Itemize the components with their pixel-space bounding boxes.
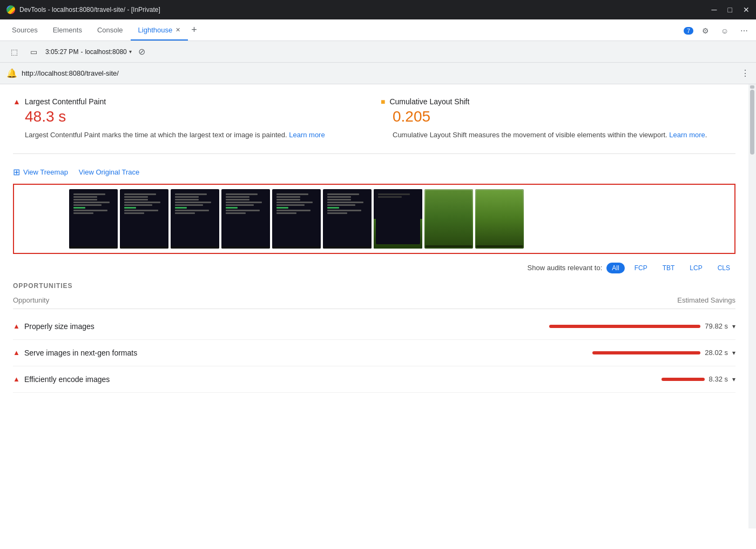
clear-icon[interactable]: ⊘ (138, 46, 145, 57)
opp-1-value: 79.82 s (705, 322, 728, 330)
frame-timestamp-6 (323, 246, 372, 249)
filmstrip (13, 184, 735, 254)
inspect-icon[interactable]: ⬚ (6, 44, 22, 59)
cls-header: ■ Cumulative Layout Shift (381, 97, 735, 106)
lcp-learn-more-link[interactable]: Learn more (289, 131, 325, 139)
filter-cls[interactable]: CLS (712, 263, 735, 273)
cls-metric: ■ Cumulative Layout Shift 0.205 Cumulati… (381, 93, 735, 145)
tab-elements[interactable]: Elements (45, 20, 90, 41)
view-trace-button[interactable]: View Original Trace (79, 168, 139, 176)
url-display: http://localhost:8080/travel-site/ (22, 69, 737, 77)
opp-2-value: 28.02 s (705, 349, 728, 357)
opp-item-3: ▲ Efficiently encode images 8.32 s ▾ (13, 366, 735, 393)
cls-label: Cumulative Layout Shift (389, 97, 469, 106)
cls-description: Cumulative Layout Shift measures the mov… (381, 130, 735, 140)
url-more-icon[interactable]: ⋮ (741, 68, 750, 78)
opp-3-value: 8.32 s (709, 375, 728, 383)
filmstrip-frame-8[interactable] (424, 189, 473, 249)
filmstrip-frame-7[interactable] (374, 189, 422, 249)
devtools-tab-icons: 7 ⚙ ☺ ⋯ (684, 23, 752, 41)
frame-timestamp-4 (221, 246, 270, 249)
settings-icon[interactable]: ⚙ (698, 23, 713, 38)
lcp-header: ▲ Largest Contentful Paint (13, 97, 368, 106)
filter-label: Show audits relevant to: (528, 264, 603, 272)
lcp-metric: ▲ Largest Contentful Paint 48.3 s Larges… (13, 93, 368, 145)
lcp-value: 48.3 s (25, 108, 368, 125)
chrome-icon (6, 5, 15, 14)
maximize-button[interactable]: □ (728, 5, 732, 14)
opp-1-warning-icon: ▲ (13, 322, 20, 330)
tab-lighthouse-close[interactable]: ✕ (176, 26, 180, 34)
lcp-label: Largest Contentful Paint (25, 97, 106, 106)
opp-2-warning-icon: ▲ (13, 349, 20, 357)
cls-value: 0.205 (393, 108, 735, 125)
frame-timestamp-3 (171, 246, 219, 249)
opp-item-1: ▲ Properly size images 79.82 s ▾ (13, 313, 735, 340)
tab-sources[interactable]: Sources (4, 20, 45, 41)
more-options-icon[interactable]: ⋯ (737, 23, 752, 38)
device-icon[interactable]: ▭ (26, 44, 41, 59)
filter-fcp[interactable]: FCP (629, 263, 653, 273)
opp-2-chevron[interactable]: ▾ (732, 349, 735, 357)
scrollbar-thumb[interactable] (750, 90, 754, 155)
filter-all[interactable]: All (606, 263, 624, 273)
main-area: ▲ Largest Contentful Paint 48.3 s Larges… (0, 84, 756, 528)
opp-1-chevron[interactable]: ▾ (732, 323, 735, 330)
scrollbar[interactable] (748, 84, 756, 528)
view-buttons-row: ⊞ View Treemap View Original Trace (13, 167, 735, 177)
tab-add-button[interactable]: + (188, 24, 200, 36)
metrics-section: ▲ Largest Contentful Paint 48.3 s Larges… (13, 93, 735, 154)
tab-lighthouse[interactable]: Lighthouse ✕ (131, 20, 188, 41)
opp-1-label: Properly size images (24, 322, 545, 331)
lcp-warning-icon: ▲ (13, 97, 21, 106)
cls-warning-icon: ■ (381, 97, 385, 106)
content-panel: ▲ Largest Contentful Paint 48.3 s Larges… (0, 84, 748, 528)
filmstrip-frame-6[interactable] (323, 189, 372, 249)
filmstrip-placeholder (18, 189, 67, 249)
filmstrip-frame-5[interactable] (272, 189, 321, 249)
opp-3-chevron[interactable]: ▾ (732, 376, 735, 383)
opportunities-header: Opportunity Estimated Savings (13, 296, 735, 309)
filmstrip-frame-9[interactable] (475, 189, 524, 249)
frame-timestamp-1 (69, 246, 118, 249)
minimize-button[interactable]: ─ (712, 5, 717, 14)
cls-learn-more-link[interactable]: Learn more (669, 131, 705, 139)
opp-header-savings: Estimated Savings (677, 296, 735, 304)
opp-1-bar (549, 325, 700, 328)
close-button[interactable]: ✕ (743, 5, 750, 14)
filmstrip-frame-1[interactable] (69, 189, 118, 249)
filmstrip-frame-3[interactable] (171, 189, 219, 249)
opp-2-bar-area: 28.02 s ▾ (592, 349, 735, 357)
opp-header-opportunity: Opportunity (13, 296, 49, 304)
filter-tbt[interactable]: TBT (657, 263, 680, 273)
opp-3-bar (662, 378, 705, 381)
address-bar-row: ⬚ ▭ 3:05:27 PM - localhost:8080 ▾ ⊘ (0, 41, 756, 63)
opp-2-bar (592, 351, 700, 354)
title-text: DevTools - localhost:8080/travel-site/ -… (19, 6, 160, 14)
timestamp-display: 3:05:27 PM - localhost:8080 ▾ ⊘ (45, 46, 145, 57)
frame-timestamp-9 (476, 245, 523, 247)
treemap-icon: ⊞ (13, 167, 20, 177)
tab-console[interactable]: Console (90, 20, 131, 41)
lcp-description: Largest Contentful Paint marks the time … (13, 130, 368, 140)
host-dropdown[interactable]: ▾ (129, 49, 132, 55)
opp-item-2: ▲ Serve images in next-gen formats 28.02… (13, 340, 735, 366)
notification-badge: 7 (684, 27, 693, 35)
filter-row: Show audits relevant to: All FCP TBT LCP… (13, 263, 735, 273)
opp-1-bar-area: 79.82 s ▾ (549, 322, 735, 330)
frame-timestamp-8 (426, 245, 472, 247)
title-bar: DevTools - localhost:8080/travel-site/ -… (0, 0, 756, 19)
opp-3-label: Efficiently encode images (24, 375, 657, 384)
filmstrip-frame-4[interactable] (221, 189, 270, 249)
opp-3-warning-icon: ▲ (13, 375, 20, 383)
security-alert-icon: 🔔 (6, 68, 17, 78)
user-icon[interactable]: ☺ (717, 23, 732, 38)
opp-2-label: Serve images in next-gen formats (24, 349, 588, 357)
frame-timestamp-2 (120, 246, 168, 249)
filmstrip-frame-2[interactable] (120, 189, 168, 249)
opp-3-bar-area: 8.32 s ▾ (662, 375, 735, 383)
view-treemap-button[interactable]: ⊞ View Treemap (13, 167, 68, 177)
frame-timestamp-5 (272, 246, 321, 249)
devtools-tab-strip: Sources Elements Console Lighthouse ✕ + … (0, 19, 756, 41)
filter-lcp[interactable]: LCP (684, 263, 707, 273)
